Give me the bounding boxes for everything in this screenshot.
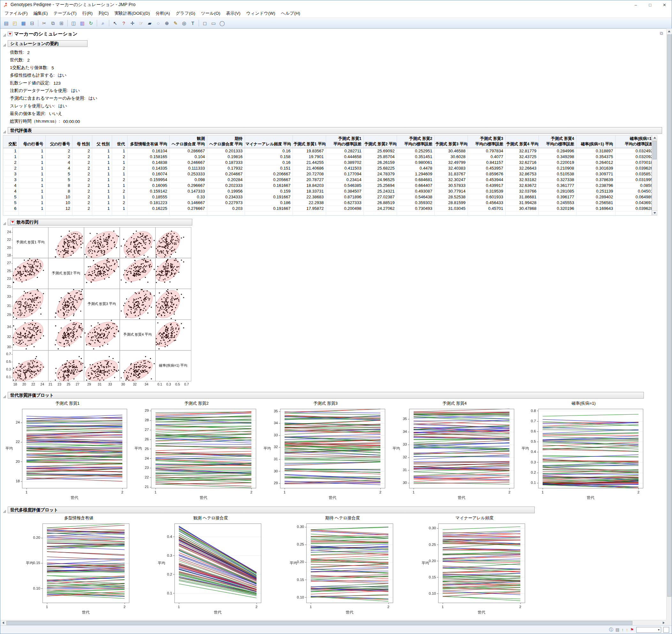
scroll-left-icon[interactable] bbox=[0, 620, 6, 626]
menu-item-3[interactable]: テーブル(T) bbox=[51, 9, 79, 18]
column-header[interactable]: 父 性別 bbox=[92, 136, 112, 148]
menu-item-1[interactable]: ファイル(F) bbox=[2, 9, 31, 18]
print-icon[interactable]: ⊟ bbox=[28, 19, 36, 27]
horizontal-scroll-thumb[interactable] bbox=[6, 621, 632, 625]
disclosure-triangle-icon[interactable] bbox=[3, 394, 6, 397]
diversity-plot-canvas[interactable] bbox=[289, 521, 396, 617]
menu-item-4[interactable]: 行(R) bbox=[79, 9, 96, 18]
summary-section-header[interactable]: シミュレーションの要約 bbox=[8, 40, 88, 47]
scatter-matrix-canvas[interactable] bbox=[3, 227, 191, 388]
table-row[interactable]: 4182120.1591420.1473330.199560.15918.337… bbox=[3, 189, 652, 194]
column-header[interactable]: 交配 bbox=[3, 136, 19, 148]
text-tool-icon[interactable]: T bbox=[189, 19, 197, 27]
new-data-table-icon[interactable]: ▤ bbox=[2, 19, 10, 27]
menu-item-7[interactable]: 分析(A) bbox=[153, 9, 173, 18]
column-header[interactable]: 多型情報含有値 平均 bbox=[127, 136, 169, 148]
refresh-icon[interactable]: ↻ bbox=[87, 19, 95, 27]
vertical-scroll-thumb[interactable] bbox=[667, 34, 671, 596]
table-row[interactable]: 51102120.1812230.1466670.2279730.18622.2… bbox=[3, 200, 652, 206]
hand-tool-icon[interactable]: ☞ bbox=[137, 19, 145, 27]
annotate-tool-icon[interactable]: ◎ bbox=[180, 19, 188, 27]
journal-status-icon[interactable]: ▤ bbox=[616, 628, 619, 632]
column-header[interactable]: 母の行番号 bbox=[19, 136, 45, 148]
trait-section-header[interactable]: 世代形質評価プロット bbox=[8, 392, 644, 398]
lasso-tool-icon[interactable]: ◌ bbox=[154, 19, 162, 27]
scatter-section-header[interactable]: 散布図行列 bbox=[8, 219, 192, 225]
table-row[interactable]: 1122120.1581650.1040.198160.15819.79010.… bbox=[3, 154, 652, 160]
menu-item-9[interactable]: ツール(O) bbox=[198, 9, 223, 18]
vertical-scrollbar[interactable] bbox=[666, 28, 672, 620]
menu-item-12[interactable]: ヘルプ(H) bbox=[278, 9, 303, 18]
layout-icon[interactable]: ▥ bbox=[78, 19, 86, 27]
pen-tool-icon[interactable]: ✎ bbox=[171, 19, 179, 27]
open-in-window-icon[interactable]: ⧉ bbox=[660, 31, 663, 36]
column-header[interactable]: 世代 bbox=[112, 136, 127, 148]
magnifier-tool-icon[interactable]: ⊕ bbox=[163, 19, 171, 27]
disclosure-triangle-icon[interactable] bbox=[3, 509, 6, 512]
trait-plot-canvas[interactable] bbox=[5, 406, 130, 502]
copy-icon[interactable]: ⧉ bbox=[49, 19, 57, 27]
red-triangle-menu-icon[interactable] bbox=[10, 220, 15, 224]
grid-toggle-icon[interactable] bbox=[663, 627, 669, 633]
table-row[interactable]: 2142110.148380.2466670.1873330.1621.4425… bbox=[3, 160, 652, 166]
column-header[interactable]: 父の行番号 bbox=[45, 136, 72, 148]
diversity-plot-canvas[interactable] bbox=[157, 521, 264, 617]
column-header[interactable]: 予測式 形質3平均の標準誤差 bbox=[467, 136, 505, 148]
brush-tool-icon[interactable]: ▰ bbox=[146, 19, 153, 27]
table-row[interactable]: 1122110.161040.2866670.2013330.1619.8356… bbox=[3, 148, 652, 154]
close-button[interactable]: ✕ bbox=[657, 0, 672, 9]
column-header[interactable]: 予測式 形質1平均の標準誤差 bbox=[326, 136, 363, 148]
column-header[interactable]: 観測ヘテロ接合度 平均 bbox=[169, 136, 207, 148]
grabber-tool-icon[interactable]: ✛ bbox=[128, 19, 136, 27]
minimize-button[interactable]: – bbox=[628, 0, 643, 9]
table-row[interactable]: 2142120.143350.1113330.179320.15121.4068… bbox=[3, 166, 652, 171]
table-scrollbar[interactable] bbox=[652, 135, 657, 216]
search-icon[interactable]: ⌕ bbox=[99, 19, 107, 27]
info-icon[interactable]: ⓘ bbox=[609, 628, 613, 632]
column-header[interactable]: 確率(疾病=1) 平均 bbox=[576, 136, 615, 148]
arrow-tool-icon[interactable]: ↖ bbox=[111, 19, 119, 27]
menu-item-6[interactable]: 実験計画(DOE)(D) bbox=[112, 9, 153, 18]
diversity-section-header[interactable]: 世代多様度評価プロット bbox=[8, 507, 535, 513]
table-row[interactable]: 3152120.1599540.0980.202840.20566720.787… bbox=[3, 177, 652, 183]
scroll-right-icon[interactable] bbox=[661, 620, 666, 626]
menu-item-5[interactable]: 列(C) bbox=[96, 9, 112, 18]
flag-icon[interactable]: ⚑ bbox=[630, 628, 634, 632]
column-header[interactable]: 母 性別 bbox=[72, 136, 92, 148]
open-icon[interactable]: ◰ bbox=[11, 19, 19, 27]
trait-plot-canvas[interactable] bbox=[134, 406, 259, 502]
table-row[interactable]: 3152110.160740.2533330.2046670.20666720.… bbox=[3, 171, 652, 177]
selection-tool-icon[interactable]: ◻ bbox=[201, 19, 209, 27]
column-header[interactable]: 予測式 形質2平均の標準誤差 bbox=[397, 136, 434, 148]
column-header[interactable]: 予測式 形質4 平均 bbox=[505, 136, 538, 148]
column-header[interactable]: マイナーアレル頻度 平均 bbox=[245, 136, 292, 148]
up-arrow-orange-icon[interactable]: ↑ bbox=[626, 628, 628, 632]
table-row[interactable]: 4182110.160950.2966670.2023330.16166718.… bbox=[3, 183, 652, 189]
menu-item-8[interactable]: グラフ(G) bbox=[173, 9, 198, 18]
trait-plot-canvas[interactable] bbox=[521, 406, 646, 502]
table-scroll-down-icon[interactable] bbox=[652, 211, 657, 215]
cut-icon[interactable]: ✂ bbox=[40, 19, 48, 27]
table-scroll-up-icon[interactable] bbox=[652, 136, 657, 140]
evaluation-dropdown[interactable]: ▾ bbox=[636, 627, 661, 633]
disclosure-triangle-icon[interactable] bbox=[3, 32, 6, 35]
disclosure-triangle-icon[interactable] bbox=[3, 221, 6, 224]
column-header[interactable]: 期待ヘテロ接合度 平均 bbox=[207, 136, 245, 148]
save-icon[interactable]: ▦ bbox=[20, 19, 27, 27]
column-header[interactable]: 予測式 形質4平均の標準誤差 bbox=[538, 136, 576, 148]
scroll-up-icon[interactable] bbox=[667, 28, 672, 34]
help-tool-icon[interactable]: ? bbox=[120, 19, 128, 27]
menu-item-10[interactable]: 表示(V) bbox=[223, 9, 243, 18]
red-triangle-menu-icon[interactable] bbox=[8, 32, 13, 36]
rect-shape-icon[interactable]: ▭ bbox=[210, 19, 217, 27]
maximize-button[interactable]: □ bbox=[643, 0, 657, 9]
diversity-plot-canvas[interactable] bbox=[25, 521, 132, 617]
table-row[interactable]: 51102110.185550.330.2343330.19166722.386… bbox=[3, 194, 652, 200]
column-header[interactable]: 予測式 形質2 平均 bbox=[363, 136, 397, 148]
disclosure-triangle-icon[interactable] bbox=[3, 129, 6, 132]
disclosure-triangle-icon[interactable] bbox=[3, 42, 6, 45]
table-scroll-thumb[interactable] bbox=[652, 141, 657, 160]
oval-shape-icon[interactable]: ◯ bbox=[218, 19, 226, 27]
diversity-plot-canvas[interactable] bbox=[421, 521, 528, 617]
trait-plot-canvas[interactable] bbox=[392, 406, 517, 502]
